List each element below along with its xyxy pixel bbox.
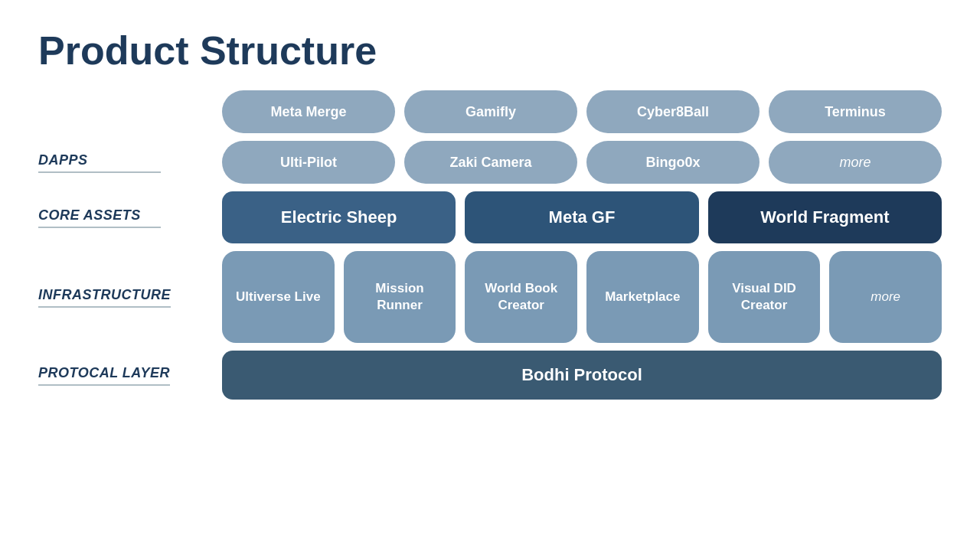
bodhi-protocol-block[interactable]: Bodhi Protocol [222,351,942,400]
meta-merge-pill[interactable]: Meta Merge [222,90,395,133]
protocol-content: Bodhi Protocol [222,351,942,400]
world-book-creator-block[interactable]: World Book Creator [465,251,577,343]
ultiverse-live-block[interactable]: Ultiverse Live [222,251,335,343]
mission-runner-block[interactable]: Mission Runner [344,251,456,343]
core-assets-content: Electric Sheep Meta GF World Fragment [222,191,942,243]
terminus-pill[interactable]: Terminus [769,90,942,133]
cyber8ball-pill[interactable]: Cyber8Ball [586,90,760,133]
meta-gf-block[interactable]: Meta GF [465,191,698,243]
infrastructure-label: INFRASTRUCTURE [38,287,171,308]
protocol-row: PROTOCAL LAYER Bodhi Protocol [38,351,942,400]
core-assets-row: CORE ASSETS Electric Sheep Meta GF World… [38,191,942,243]
zaki-camera-pill[interactable]: Zaki Camera [404,141,577,184]
dapps-label-container: DAPPS [38,152,222,173]
bingo0x-pill[interactable]: Bingo0x [586,141,760,184]
dapps-label: DAPPS [38,152,161,173]
dapps-more-pill[interactable]: more [769,141,942,184]
dapps-row-1: Meta Merge Gamifly Cyber8Ball Terminus [38,90,942,133]
protocol-label-container: PROTOCAL LAYER [38,365,222,386]
world-fragment-block[interactable]: World Fragment [708,191,942,243]
core-assets-label: CORE ASSETS [38,207,161,228]
page-title: Product Structure [38,31,942,70]
dapps-row2-content: Ulti-Pilot Zaki Camera Bingo0x more [222,141,942,184]
protocol-label: PROTOCAL LAYER [38,365,170,386]
dapps-row-2: DAPPS Ulti-Pilot Zaki Camera Bingo0x mor… [38,141,942,184]
infrastructure-content: Ultiverse Live Mission Runner World Book… [222,251,942,343]
electric-sheep-block[interactable]: Electric Sheep [222,191,456,243]
infrastructure-row: INFRASTRUCTURE Ultiverse Live Mission Ru… [38,251,942,343]
page: Product Structure Meta Merge Gamifly Cyb… [0,0,980,545]
core-assets-label-container: CORE ASSETS [38,207,222,228]
dapps-row1-content: Meta Merge Gamifly Cyber8Ball Terminus [222,90,942,133]
diagram: Meta Merge Gamifly Cyber8Ball Terminus D… [38,92,942,522]
marketplace-block[interactable]: Marketplace [586,251,699,343]
gamifly-pill[interactable]: Gamifly [404,90,577,133]
visual-did-creator-block[interactable]: Visual DID Creator [708,251,821,343]
infra-more-block[interactable]: more [829,251,942,343]
infrastructure-label-container: INFRASTRUCTURE [38,287,222,308]
ulti-pilot-pill[interactable]: Ulti-Pilot [222,141,395,184]
